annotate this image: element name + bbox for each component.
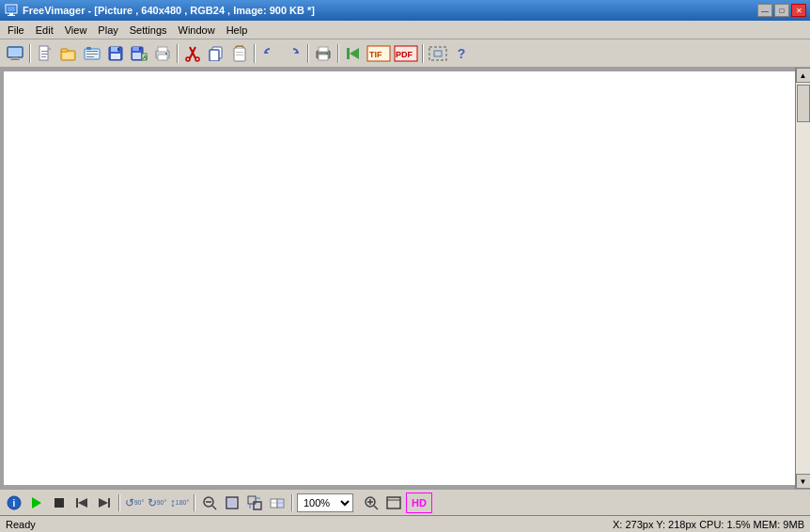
window-title: FreeVimager - [Picture , 640x480 , RGB24…: [23, 5, 757, 16]
vertical-scrollbar[interactable]: ▲ ▼: [795, 68, 810, 489]
rotate-right-button[interactable]: ↻90°: [147, 493, 167, 513]
hd-button[interactable]: HD: [406, 493, 432, 513]
rotate-left-button[interactable]: ↺90°: [124, 493, 145, 513]
copy-button[interactable]: [205, 43, 227, 64]
paste-button[interactable]: [228, 43, 251, 64]
maximize-button[interactable]: □: [774, 4, 789, 17]
canvas-area: ▲ ▼: [0, 68, 810, 489]
bottom-sep-1: [118, 494, 120, 511]
rotate-180-button[interactable]: ↕180°: [169, 493, 190, 513]
menu-edit[interactable]: Edit: [30, 23, 59, 38]
window-controls: — □ ✕: [757, 4, 806, 17]
image-viewport[interactable]: [4, 71, 795, 485]
toolbar-sep-4: [307, 44, 309, 63]
svg-rect-74: [254, 502, 261, 509]
svg-rect-51: [326, 53, 328, 55]
app-icon: [4, 3, 19, 18]
close-button[interactable]: ✕: [791, 4, 806, 17]
svg-rect-2: [9, 13, 13, 15]
menu-settings[interactable]: Settings: [124, 23, 173, 38]
svg-rect-3: [8, 15, 15, 16]
svg-marker-66: [99, 498, 108, 508]
scroll-down-button[interactable]: ▼: [796, 474, 811, 489]
new-button[interactable]: [34, 43, 56, 64]
svg-rect-84: [387, 497, 400, 509]
next-image-button[interactable]: [94, 493, 115, 513]
svg-marker-64: [78, 498, 87, 508]
redo-button[interactable]: [282, 43, 304, 64]
toolbar-sep-6: [422, 44, 424, 63]
capture-button[interactable]: [427, 43, 449, 64]
svg-text:PDF: PDF: [396, 50, 413, 59]
svg-rect-40: [210, 50, 219, 61]
svg-rect-44: [236, 52, 243, 53]
svg-marker-52: [350, 48, 359, 59]
svg-rect-32: [158, 47, 167, 52]
svg-rect-63: [55, 498, 64, 508]
zoom-out-button[interactable]: [199, 493, 220, 513]
menu-window[interactable]: Window: [173, 23, 221, 38]
toolbar-sep-1: [29, 44, 31, 63]
resize-button[interactable]: [244, 493, 265, 513]
menu-play[interactable]: Play: [92, 23, 123, 38]
cut-button[interactable]: [181, 43, 204, 64]
play-button[interactable]: [26, 493, 47, 513]
help-button[interactable]: ?: [450, 43, 473, 64]
svg-rect-33: [158, 55, 167, 60]
pdf-button[interactable]: PDF: [393, 43, 419, 64]
fit-button[interactable]: [222, 493, 242, 513]
svg-rect-22: [111, 47, 118, 52]
svg-marker-62: [32, 497, 41, 509]
svg-rect-43: [237, 47, 242, 49]
info-button[interactable]: i: [4, 493, 24, 513]
undo-button[interactable]: [258, 43, 281, 64]
svg-rect-5: [9, 48, 21, 55]
svg-rect-10: [41, 51, 48, 52]
svg-rect-49: [319, 47, 328, 52]
stop-button[interactable]: [49, 493, 70, 513]
svg-rect-15: [63, 53, 73, 59]
scroll-track[interactable]: [796, 83, 810, 474]
bottom-sep-3: [291, 494, 293, 511]
svg-rect-12: [41, 56, 46, 57]
svg-text:TIF: TIF: [369, 50, 382, 59]
scroll-thumb[interactable]: [797, 85, 810, 122]
svg-rect-19: [86, 54, 98, 55]
svg-rect-14: [61, 49, 68, 52]
svg-rect-34: [165, 53, 167, 55]
toolbar-sep-3: [254, 44, 256, 63]
status-bar: Ready X: 273px Y: 218px CPU: 1.5% MEM: 9…: [0, 515, 810, 532]
cursor-info: X: 273px Y: 218px CPU: 1.5% MEM: 9MB: [613, 519, 804, 530]
minimize-button[interactable]: —: [757, 4, 772, 17]
save-button[interactable]: [104, 43, 127, 64]
menu-view[interactable]: View: [59, 23, 93, 38]
prev-button[interactable]: [342, 43, 365, 64]
save-as-button[interactable]: AS: [128, 43, 150, 64]
svg-point-37: [186, 57, 190, 61]
enhance-button[interactable]: [267, 493, 288, 513]
browse-button[interactable]: [81, 43, 103, 64]
svg-rect-73: [248, 496, 256, 504]
fullscreen-button[interactable]: [383, 493, 404, 513]
svg-rect-18: [86, 51, 98, 52]
svg-rect-50: [319, 55, 328, 60]
svg-rect-8: [39, 46, 48, 60]
scroll-up-button[interactable]: ▲: [796, 68, 811, 83]
svg-line-81: [374, 506, 378, 509]
prev-image-button[interactable]: [71, 493, 92, 513]
menu-file[interactable]: File: [2, 23, 30, 38]
svg-rect-1: [8, 7, 15, 11]
zoom-search-button[interactable]: [361, 493, 382, 513]
title-bar: FreeVimager - [Picture , 640x480 , RGB24…: [0, 0, 810, 21]
main-toolbar: AS: [0, 39, 810, 68]
svg-rect-45: [236, 55, 243, 55]
monitor-button[interactable]: [4, 43, 26, 64]
bottom-sep-2: [194, 494, 195, 511]
print-button[interactable]: [312, 43, 335, 64]
svg-text:i: i: [13, 498, 16, 509]
zoom-select[interactable]: 25% 50% 75% 100% 150% 200% 400%: [297, 493, 353, 512]
menu-help[interactable]: Help: [221, 23, 254, 38]
tif-button[interactable]: TIF: [366, 43, 392, 64]
open-button[interactable]: [57, 43, 80, 64]
print-setup-button[interactable]: [151, 43, 174, 64]
